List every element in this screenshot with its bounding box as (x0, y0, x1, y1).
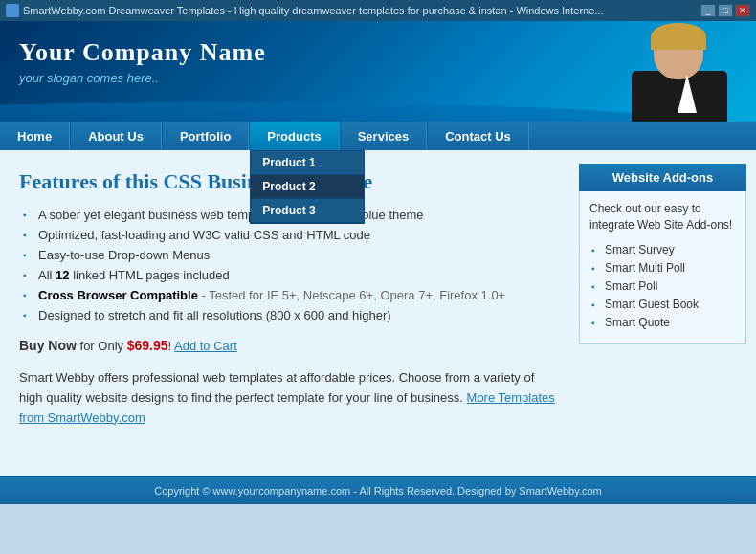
browser-icon (6, 4, 19, 17)
dropdown-product3[interactable]: Product 3 (251, 199, 364, 223)
title-bar-text: SmartWebby.com Dreamweaver Templates - H… (23, 5, 603, 16)
sidebar-item: Smart Survey (589, 243, 736, 256)
list-item: Easy-to-use Drop-down Menus (19, 248, 560, 262)
sidebar: Website Add-ons Check out our easy to in… (579, 164, 746, 344)
description: Smart Webby offers professional web temp… (19, 368, 560, 428)
sidebar-wrapper: Website Add-ons Check out our easy to in… (579, 150, 756, 476)
site-footer: Copyright © www.yourcompanyname.com - Al… (0, 476, 756, 504)
close-button[interactable]: ✕ (735, 4, 750, 17)
nav-item-portfolio[interactable]: Portfolio (162, 122, 249, 150)
sidebar-list: Smart Survey Smart Multi Poll Smart Poll… (589, 243, 736, 329)
list-item: Cross Browser Compatible - Tested for IE… (19, 288, 560, 302)
company-name: Your Company Name (19, 38, 266, 67)
add-to-cart-link[interactable]: Add to Cart (174, 339, 237, 353)
products-dropdown: Product 1 Product 2 Product 3 (250, 150, 365, 224)
sidebar-item: Smart Quote (589, 316, 736, 329)
buy-now-label: Buy Now (19, 338, 77, 353)
maximize-button[interactable]: □ (718, 4, 733, 17)
sidebar-item: Smart Guest Book (589, 298, 736, 311)
list-item: All 12 linked HTML pages included (19, 268, 560, 282)
person-hair (651, 23, 706, 50)
sidebar-description: Check out our easy to integrate Web Site… (589, 201, 736, 233)
nav-bar: Home About Us Portfolio Products Product… (0, 122, 756, 150)
dropdown-product2[interactable]: Product 2 (251, 175, 364, 199)
list-item: Designed to stretch and fit all resoluti… (19, 308, 560, 322)
main-wrapper: Features of this CSS Business Template A… (0, 150, 756, 476)
nav-item-contact[interactable]: Contact Us (427, 122, 529, 150)
nav-item-services[interactable]: Services (340, 122, 428, 150)
footer-text: Copyright © www.yourcompanyname.com - Al… (154, 485, 601, 497)
sidebar-body: Check out our easy to integrate Web Site… (579, 191, 746, 344)
buy-now-section: Buy Now for Only $69.95! Add to Cart (19, 338, 560, 353)
slogan: your slogan comes here.. (19, 71, 266, 85)
minimize-button[interactable]: _ (700, 4, 716, 17)
feature-number: 12 (56, 268, 69, 282)
price: $69.95 (127, 338, 168, 353)
nav-item-products[interactable]: Products Product 1 Product 2 Product 3 (249, 122, 339, 150)
title-bar-left: SmartWebby.com Dreamweaver Templates - H… (6, 4, 603, 17)
features-list: A sober yet elegant business web templat… (19, 208, 560, 322)
cross-browser-detail: - Tested for IE 5+, Netscape 6+, Opera 7… (202, 288, 506, 302)
sidebar-item: Smart Poll (589, 279, 736, 293)
sidebar-item: Smart Multi Poll (589, 261, 736, 275)
cross-browser-label: Cross Browser Compatible (38, 288, 198, 302)
site-header: Your Company Name your slogan comes here… (0, 21, 756, 122)
nav-item-home[interactable]: Home (0, 122, 70, 150)
sidebar-header: Website Add-ons (579, 164, 746, 191)
nav-item-about[interactable]: About Us (70, 122, 162, 150)
buy-now-text: for Only (80, 339, 127, 353)
header-text: Your Company Name your slogan comes here… (19, 38, 266, 85)
dropdown-product1[interactable]: Product 1 (251, 151, 364, 175)
title-bar: SmartWebby.com Dreamweaver Templates - H… (0, 0, 756, 21)
title-bar-controls[interactable]: _ □ ✕ (700, 4, 750, 17)
header-person-image (565, 21, 756, 122)
list-item: Optimized, fast-loading and W3C valid CS… (19, 228, 560, 242)
